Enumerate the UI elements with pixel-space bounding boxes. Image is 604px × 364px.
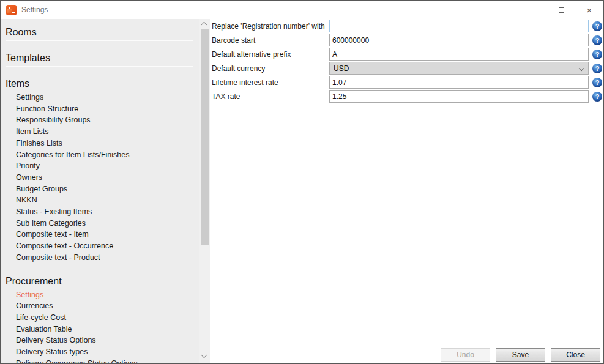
sidebar-item-status-existing-items[interactable]: Status - Existing Items xyxy=(6,206,193,218)
help-icon[interactable]: ? xyxy=(592,64,602,73)
section-header-items[interactable]: Items xyxy=(6,78,193,90)
section-rooms: Rooms xyxy=(6,26,193,41)
scroll-down-icon[interactable] xyxy=(201,352,207,358)
help-icon[interactable]: ? xyxy=(592,78,602,87)
help-icon[interactable]: ? xyxy=(592,35,602,45)
maximize-icon xyxy=(559,7,564,13)
sidebar-item-delivery-status-options[interactable]: Delivery Status Options xyxy=(6,335,193,346)
sidebar-item-item-lists[interactable]: Item Lists xyxy=(6,126,193,138)
close-button[interactable]: × xyxy=(575,1,603,19)
sidebar-tree: Rooms Templates Items Settings Function … xyxy=(1,19,199,363)
sidebar-item-function-structure[interactable]: Function Structure xyxy=(6,103,193,115)
sidebar-item-nkkn[interactable]: NKKN xyxy=(6,195,193,206)
form-row-lifetime-interest-rate: Lifetime interest rate ? xyxy=(212,76,603,89)
undo-button[interactable]: Undo xyxy=(441,348,490,362)
sidebar-item-responsibility-groups[interactable]: Responsibility Groups xyxy=(6,114,193,126)
procurement-subsection-list: Settings Currencies Life-cycle Cost Eval… xyxy=(6,289,193,363)
sidebar-scrollbar[interactable] xyxy=(199,19,210,363)
section-header-procurement[interactable]: Procurement xyxy=(6,275,193,288)
barcode-start-input[interactable] xyxy=(329,34,589,46)
scroll-up-icon[interactable] xyxy=(201,22,207,28)
field-label: Barcode start xyxy=(212,35,329,45)
sidebar-item-composite-text-occurrence[interactable]: Composite text - Occurrence xyxy=(6,240,193,252)
form-row-replace-registration: Replace 'Registration number' with ? xyxy=(212,20,603,32)
default-currency-value: USD xyxy=(334,64,349,73)
close-form-button[interactable]: Close xyxy=(551,348,600,362)
minimize-icon xyxy=(530,10,537,10)
navigation-sidebar: Rooms Templates Items Settings Function … xyxy=(1,19,210,363)
maximize-button[interactable] xyxy=(547,1,575,19)
default-currency-select[interactable]: USD xyxy=(329,62,589,75)
sidebar-item-composite-text-item[interactable]: Composite text - Item xyxy=(6,229,193,240)
title-bar: Settings × xyxy=(1,1,603,19)
window-title: Settings xyxy=(21,6,48,14)
form-row-default-alternative-prefix: Default alternative prefix ? xyxy=(212,48,603,61)
replace-registration-number-input[interactable] xyxy=(329,20,589,32)
minimize-button[interactable] xyxy=(519,1,547,19)
sidebar-item-sub-item-categories[interactable]: Sub Item Categories xyxy=(6,218,193,229)
scrollbar-thumb[interactable] xyxy=(201,29,209,245)
field-label: Replace 'Registration number' with xyxy=(212,21,329,31)
section-header-templates[interactable]: Templates xyxy=(6,52,193,64)
section-items: Items Settings Function Structure Respon… xyxy=(6,78,193,266)
sidebar-item-priority[interactable]: Priority xyxy=(6,160,193,172)
field-label: Lifetime interest rate xyxy=(212,78,329,87)
help-icon[interactable]: ? xyxy=(592,21,602,31)
window-controls: × xyxy=(519,1,603,19)
sidebar-item-evaluation-table[interactable]: Evaluation Table xyxy=(6,324,193,335)
help-icon[interactable]: ? xyxy=(592,92,602,102)
app-logo-icon xyxy=(6,5,17,15)
items-subsection-list: Settings Function Structure Responsibili… xyxy=(6,92,193,264)
sidebar-item-delivery-status-types[interactable]: Delivery Status types xyxy=(6,346,193,358)
form-row-default-currency: Default currency USD ? xyxy=(212,62,603,75)
default-alternative-prefix-input[interactable] xyxy=(329,48,589,61)
close-icon: × xyxy=(587,6,592,15)
lifetime-interest-rate-input[interactable] xyxy=(329,76,589,89)
sidebar-item-items-settings[interactable]: Settings xyxy=(6,92,193,103)
sidebar-item-owners[interactable]: Owners xyxy=(6,172,193,184)
help-icon[interactable]: ? xyxy=(592,50,602,59)
sidebar-item-budget-groups[interactable]: Budget Groups xyxy=(6,184,193,195)
chevron-down-icon xyxy=(579,66,584,71)
settings-form-panel: Replace 'Registration number' with ? Bar… xyxy=(210,19,603,363)
sidebar-item-finishes-lists[interactable]: Finishes Lists xyxy=(6,138,193,149)
field-label: TAX rate xyxy=(212,92,329,101)
field-label: Default alternative prefix xyxy=(212,50,329,59)
form-row-tax-rate: TAX rate ? xyxy=(212,90,603,103)
section-templates: Templates xyxy=(6,52,193,67)
sidebar-item-currencies[interactable]: Currencies xyxy=(6,300,193,312)
sidebar-item-procurement-settings[interactable]: Settings xyxy=(6,289,193,301)
section-procurement: Procurement Settings Currencies Life-cyc… xyxy=(6,275,193,363)
field-label: Default currency xyxy=(212,64,329,73)
sidebar-item-delivery-occurrence-status-options[interactable]: Delivery Occurrence Status Options xyxy=(6,358,193,363)
form-row-barcode-start: Barcode start ? xyxy=(212,34,603,46)
sidebar-item-composite-text-product[interactable]: Composite text - Product xyxy=(6,252,193,264)
sidebar-item-life-cycle-cost[interactable]: Life-cycle Cost xyxy=(6,312,193,324)
section-header-rooms[interactable]: Rooms xyxy=(6,26,193,39)
settings-window: Settings × Rooms xyxy=(0,0,604,364)
footer-buttons: Undo Save Close xyxy=(441,348,600,362)
sidebar-item-categories-for-item-lists[interactable]: Categories for Item Lists/Finishes xyxy=(6,149,193,161)
tax-rate-input[interactable] xyxy=(329,90,589,103)
save-button[interactable]: Save xyxy=(496,348,545,362)
